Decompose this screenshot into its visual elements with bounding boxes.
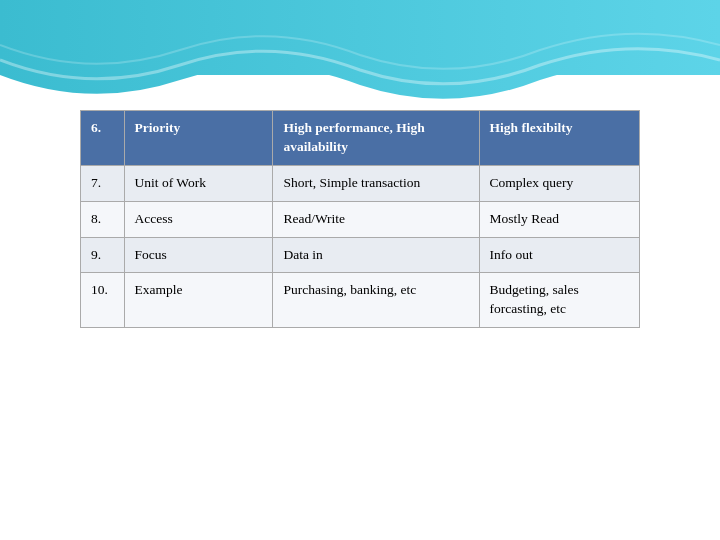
row-label: Focus [124, 237, 273, 273]
table-row: 8.AccessRead/WriteMostly Read [81, 201, 640, 237]
table-row: 6.PriorityHigh performance, High availab… [81, 111, 640, 166]
main-content: 6.PriorityHigh performance, High availab… [0, 0, 720, 348]
row-label: Unit of Work [124, 165, 273, 201]
row-value-2: Info out [479, 237, 639, 273]
row-value-1: Purchasing, banking, etc [273, 273, 479, 328]
row-label: Access [124, 201, 273, 237]
row-label: Example [124, 273, 273, 328]
row-value-1: Short, Simple transaction [273, 165, 479, 201]
row-number: 10. [81, 273, 125, 328]
row-value-2: High flexibilty [479, 111, 639, 166]
row-number: 9. [81, 237, 125, 273]
row-value-1: Read/Write [273, 201, 479, 237]
row-value-2: Budgeting, sales forcasting, etc [479, 273, 639, 328]
row-value-2: Mostly Read [479, 201, 639, 237]
row-number: 6. [81, 111, 125, 166]
row-value-2: Complex query [479, 165, 639, 201]
row-value-1: High performance, High availability [273, 111, 479, 166]
row-number: 8. [81, 201, 125, 237]
comparison-table: 6.PriorityHigh performance, High availab… [80, 110, 640, 328]
row-label: Priority [124, 111, 273, 166]
table-row: 9.FocusData inInfo out [81, 237, 640, 273]
row-number: 7. [81, 165, 125, 201]
row-value-1: Data in [273, 237, 479, 273]
table-row: 7.Unit of WorkShort, Simple transactionC… [81, 165, 640, 201]
table-row: 10.ExamplePurchasing, banking, etcBudget… [81, 273, 640, 328]
